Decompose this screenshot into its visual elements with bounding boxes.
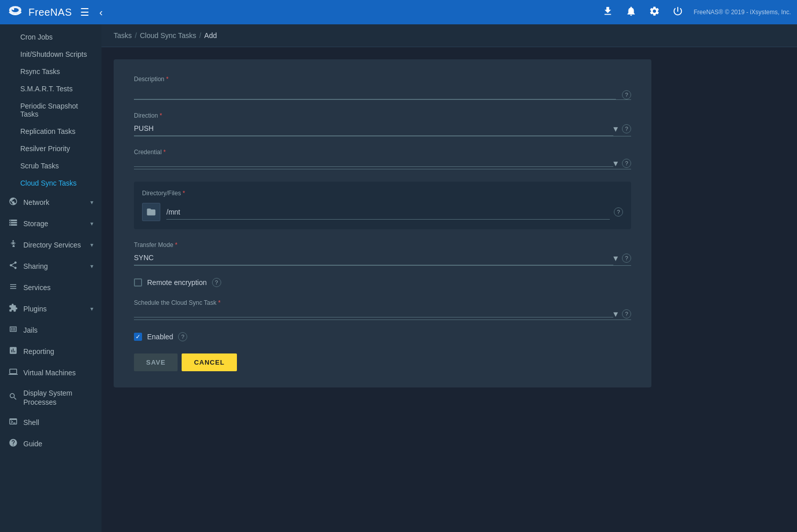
sidebar-label-sharing: Sharing: [23, 262, 85, 271]
guide-icon: [8, 438, 18, 449]
sidebar-item-cloud-sync[interactable]: Cloud Sync Tasks: [0, 174, 101, 192]
topbar-right: FreeNAS® © 2019 - iXsystems, Inc.: [600, 4, 791, 21]
sidebar-label-plugins: Plugins: [23, 304, 85, 313]
transfer-mode-help-icon[interactable]: ?: [622, 254, 631, 263]
breadcrumb-cloud-sync[interactable]: Cloud Sync Tasks: [140, 31, 196, 40]
shell-icon: [8, 417, 18, 428]
breadcrumb-tasks[interactable]: Tasks: [114, 31, 132, 40]
description-input[interactable]: [134, 85, 616, 99]
credential-select[interactable]: [134, 160, 613, 167]
sidebar-label-rsync-tasks: Rsync Tasks: [20, 67, 60, 76]
copyright-text: FreeNAS® © 2019 - iXsystems, Inc.: [694, 9, 791, 16]
enabled-row: ✓ Enabled ?: [134, 332, 631, 341]
description-label: Description *: [134, 76, 616, 83]
topbar-left: FreeNAS ☰ ‹: [6, 3, 105, 21]
sidebar-label-network: Network: [23, 198, 85, 207]
save-button[interactable]: SAVE: [134, 353, 178, 371]
sidebar-label-services: Services: [23, 283, 93, 292]
credential-dropdown-icon[interactable]: ▾: [613, 158, 618, 169]
sidebar-item-reporting[interactable]: Reporting: [0, 341, 101, 362]
sidebar-label-smart-tests: S.M.A.R.T. Tests: [20, 85, 73, 93]
network-icon: [8, 197, 18, 208]
directory-services-arrow-icon: ▾: [90, 241, 93, 249]
sidebar-label-cloud-sync: Cloud Sync Tasks: [20, 179, 77, 187]
sidebar-item-network[interactable]: Network ▾: [0, 192, 101, 213]
remote-encryption-checkbox[interactable]: [134, 278, 142, 287]
sharing-arrow-icon: ▾: [90, 263, 93, 270]
transfer-mode-select[interactable]: SYNC: [134, 251, 613, 265]
credential-field: Credential * ▾ ?: [134, 149, 631, 169]
credential-label: Credential *: [134, 149, 631, 156]
sidebar-item-virtual-machines[interactable]: Virtual Machines: [0, 362, 101, 383]
sidebar-item-jails[interactable]: Jails: [0, 320, 101, 341]
breadcrumb-add: Add: [204, 31, 217, 40]
sidebar-label-guide: Guide: [23, 439, 93, 448]
direction-label: Direction *: [134, 112, 631, 119]
direction-help-icon[interactable]: ?: [622, 124, 631, 133]
logo-icon: [6, 3, 24, 21]
power-icon[interactable]: [670, 4, 685, 21]
breadcrumb-bar: Tasks / Cloud Sync Tasks / Add: [101, 24, 797, 47]
breadcrumb: Tasks / Cloud Sync Tasks / Add: [114, 31, 217, 40]
menu-icon[interactable]: ☰: [78, 4, 91, 20]
storage-icon: [8, 218, 18, 229]
logo: FreeNAS: [6, 3, 72, 21]
sidebar-item-services[interactable]: Services: [0, 277, 101, 298]
form-buttons: SAVE CANCEL: [134, 353, 631, 371]
sidebar-item-directory-services[interactable]: Directory Services ▾: [0, 234, 101, 256]
directory-help-icon[interactable]: ?: [614, 207, 623, 217]
svg-point-4: [13, 240, 14, 242]
direction-dropdown-icon[interactable]: ▾: [613, 123, 618, 134]
directory-input[interactable]: [166, 205, 610, 220]
sidebar-item-storage[interactable]: Storage ▾: [0, 213, 101, 234]
settings-icon[interactable]: [647, 4, 662, 21]
sidebar-label-periodic-snapshot: Periodic Snapshot Tasks: [20, 102, 78, 118]
schedule-field: Schedule the Cloud Sync Task * ▾ ?: [134, 299, 631, 320]
sidebar-item-scrub[interactable]: Scrub Tasks: [0, 157, 101, 174]
sidebar-label-replication: Replication Tasks: [20, 127, 76, 135]
sidebar-item-sharing[interactable]: Sharing ▾: [0, 256, 101, 277]
direction-select[interactable]: PUSH: [134, 121, 613, 136]
vm-icon: [8, 367, 18, 378]
schedule-dropdown-icon[interactable]: ▾: [613, 308, 618, 320]
download-icon[interactable]: [600, 4, 615, 21]
sidebar-item-init-shutdown[interactable]: Init/Shutdown Scripts: [0, 46, 101, 63]
enabled-help-icon[interactable]: ?: [178, 332, 187, 341]
sidebar: Cron Jobs Init/Shutdown Scripts Rsync Ta…: [0, 24, 101, 532]
sidebar-item-smart-tests[interactable]: S.M.A.R.T. Tests: [0, 80, 101, 97]
schedule-select[interactable]: [134, 311, 613, 317]
sidebar-item-plugins[interactable]: Plugins ▾: [0, 298, 101, 320]
breadcrumb-sep-1: /: [135, 31, 137, 40]
sidebar-item-cron-jobs[interactable]: Cron Jobs: [0, 28, 101, 46]
schedule-help-icon[interactable]: ?: [622, 309, 631, 318]
enabled-checkbox[interactable]: ✓: [134, 333, 142, 341]
description-help-icon[interactable]: ?: [622, 90, 631, 99]
sidebar-item-resilver[interactable]: Resilver Priority: [0, 140, 101, 157]
notifications-icon[interactable]: [623, 4, 639, 21]
plugins-arrow-icon: ▾: [90, 305, 93, 312]
breadcrumb-sep-2: /: [199, 31, 201, 40]
services-icon: [8, 282, 18, 293]
back-icon[interactable]: ‹: [97, 5, 105, 20]
network-arrow-icon: ▾: [90, 199, 93, 206]
sidebar-label-directory-services: Directory Services: [23, 240, 85, 250]
credential-help-icon[interactable]: ?: [622, 159, 631, 168]
sidebar-item-rsync-tasks[interactable]: Rsync Tasks: [0, 63, 101, 80]
directory-files-label: Directory/Files *: [142, 190, 623, 197]
content-area: Tasks / Cloud Sync Tasks / Add Descripti…: [101, 24, 797, 532]
transfer-mode-dropdown-icon[interactable]: ▾: [613, 253, 618, 264]
app-name: FreeNAS: [28, 7, 72, 18]
sidebar-item-display-system[interactable]: Display System Processes: [0, 383, 101, 412]
sidebar-item-replication[interactable]: Replication Tasks: [0, 123, 101, 140]
sidebar-item-periodic-snapshot[interactable]: Periodic Snapshot Tasks: [0, 97, 101, 123]
folder-browse-button[interactable]: [142, 203, 160, 221]
description-field: Description * ?: [134, 76, 631, 100]
remote-encryption-row: Remote encryption ?: [134, 278, 631, 287]
sidebar-label-storage: Storage: [23, 219, 85, 228]
sidebar-item-guide[interactable]: Guide: [0, 433, 101, 454]
display-system-icon: [8, 392, 18, 403]
remote-encryption-help-icon[interactable]: ?: [212, 278, 221, 287]
cancel-button[interactable]: CANCEL: [182, 353, 236, 371]
sidebar-item-shell[interactable]: Shell: [0, 412, 101, 433]
form-card: Description * ? Direction *: [114, 59, 651, 387]
